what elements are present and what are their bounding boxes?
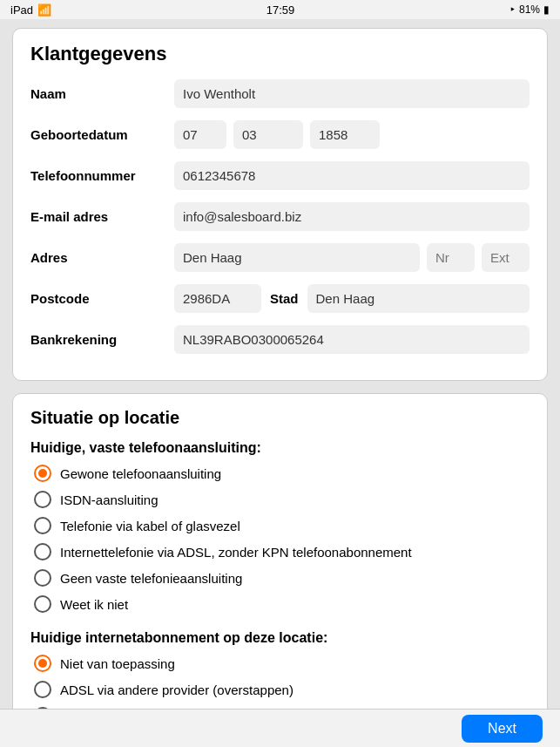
email-row: E-mail adres — [30, 202, 530, 231]
bankrekening-label: Bankrekening — [30, 332, 165, 347]
postcode-row: Postcode Stad — [30, 284, 530, 313]
address-fields — [174, 243, 530, 272]
geboortedatum-label: Geboortedatum — [30, 127, 165, 142]
radio-gewone[interactable]: Gewone telefoonaansluiting — [34, 465, 530, 482]
email-input[interactable] — [174, 202, 530, 231]
radio-internet-adsl-label: Internettelefonie via ADSL, zonder KPN t… — [60, 545, 412, 560]
telefoon-radio-group: Gewone telefoonaansluiting ISDN-aansluit… — [30, 465, 530, 613]
battery-level: 81% — [519, 3, 540, 16]
stad-label: Stad — [270, 291, 299, 306]
adres-ext-input[interactable] — [482, 243, 530, 272]
radio-internet-adsl-circle — [34, 543, 51, 560]
battery-icon: ▮ — [543, 3, 550, 16]
radio-adsl-andere[interactable]: ADSL via andere provider (overstappen) — [34, 681, 530, 698]
naam-label: Naam — [30, 86, 165, 101]
status-time: 17:59 — [267, 3, 295, 17]
radio-adsl-andere-circle — [34, 681, 51, 698]
status-bar: iPad 📶 17:59 ‣ 81% ▮ — [0, 0, 560, 19]
postcode-label: Postcode — [30, 291, 165, 306]
stad-input[interactable] — [307, 284, 530, 313]
status-left: iPad 📶 — [10, 3, 51, 17]
radio-geen-vaste[interactable]: Geen vaste telefonieaansluiting — [34, 569, 530, 587]
location-icon: ‣ — [509, 3, 516, 16]
postcode-input[interactable] — [174, 284, 261, 313]
geboortedatum-row: Geboortedatum — [30, 120, 530, 149]
radio-niet-van-circle — [34, 655, 51, 672]
radio-niet-van[interactable]: Niet van toepassing — [34, 655, 530, 672]
radio-internet-adsl[interactable]: Internettelefonie via ADSL, zonder KPN t… — [34, 543, 530, 560]
radio-geen-vaste-circle — [34, 569, 51, 587]
radio-gewone-label: Gewone telefoonaansluiting — [60, 466, 221, 481]
radio-weet-niet-circle — [34, 595, 51, 613]
bankrekening-input[interactable] — [174, 325, 530, 354]
situatie-title: Situatie op locatie — [30, 408, 530, 428]
naam-row: Naam — [30, 79, 530, 108]
naam-input[interactable] — [174, 79, 530, 108]
dob-month-input[interactable] — [233, 120, 303, 149]
next-button[interactable]: Next — [462, 715, 543, 743]
dob-day-input[interactable] — [174, 120, 226, 149]
situatie-card: Situatie op locatie Huidige, vaste telef… — [12, 393, 548, 747]
dob-fields — [174, 120, 380, 149]
main-content: Klantgegevens Naam Geboortedatum Telefoo… — [0, 19, 560, 747]
radio-geen-vaste-label: Geen vaste telefonieaansluiting — [60, 571, 242, 586]
adres-nr-input[interactable] — [427, 243, 475, 272]
device-label: iPad — [10, 3, 33, 17]
bankrekening-row: Bankrekening — [30, 325, 530, 354]
radio-isdn-circle — [34, 491, 51, 508]
footer: Next — [0, 709, 560, 747]
wifi-icon: 📶 — [37, 3, 51, 17]
klantgegevens-card: Klantgegevens Naam Geboortedatum Telefoo… — [12, 28, 548, 381]
adres-label: Adres — [30, 250, 165, 265]
radio-gewone-circle — [34, 465, 51, 482]
email-label: E-mail adres — [30, 209, 165, 224]
radio-kabel-circle — [34, 517, 51, 534]
telefoon-row: Telefoonnummer — [30, 161, 530, 190]
telefoon-subsection-title: Huidige, vaste telefoonaansluiting: — [30, 440, 530, 456]
adres-row: Adres — [30, 243, 530, 272]
radio-isdn[interactable]: ISDN-aansluiting — [34, 491, 530, 508]
adres-city-input[interactable] — [174, 243, 420, 272]
radio-isdn-label: ISDN-aansluiting — [60, 492, 159, 507]
radio-adsl-andere-label: ADSL via andere provider (overstappen) — [60, 682, 293, 697]
klantgegevens-title: Klantgegevens — [30, 43, 530, 65]
dob-year-input[interactable] — [310, 120, 380, 149]
radio-kabel-label: Telefonie via kabel of glasvezel — [60, 519, 240, 533]
telefoon-input[interactable] — [174, 161, 530, 190]
status-right: ‣ 81% ▮ — [509, 3, 550, 16]
radio-kabel[interactable]: Telefonie via kabel of glasvezel — [34, 517, 530, 534]
internet-subsection-title: Huidige internetabonnement op deze locat… — [30, 630, 530, 646]
telefoon-label: Telefoonnummer — [30, 168, 165, 183]
radio-weet-niet-label: Weet ik niet — [60, 597, 128, 612]
radio-weet-niet[interactable]: Weet ik niet — [34, 595, 530, 613]
radio-niet-van-label: Niet van toepassing — [60, 656, 175, 671]
